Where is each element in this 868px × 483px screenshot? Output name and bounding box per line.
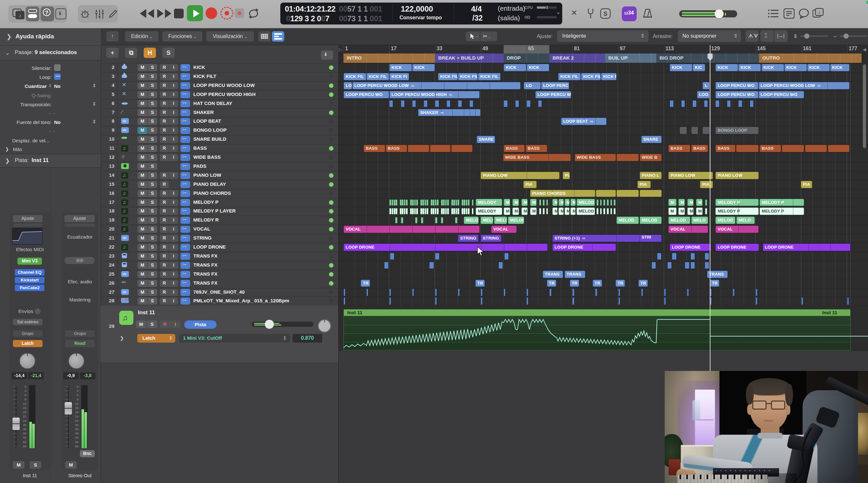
svg-text:♪: ♪: [818, 9, 820, 15]
svg-text:♪: ♪: [19, 13, 21, 18]
svg-text:S: S: [603, 11, 607, 17]
